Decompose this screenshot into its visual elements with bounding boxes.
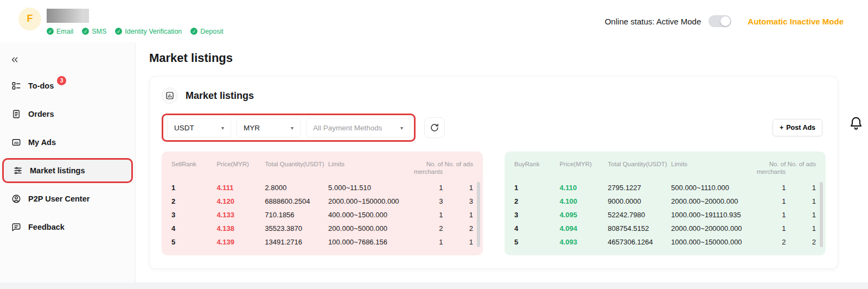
qty-cell: 2795.1227 (608, 181, 671, 194)
ads-cell: 2 (443, 222, 473, 235)
qty-cell: 4657306.1264 (608, 235, 671, 249)
buy-listings-table: BuyRank Price(MYR) Total Quantity(USDT) … (505, 152, 826, 255)
price-cell: 4.094 (559, 222, 608, 235)
limits-cell: 1000.000~150000.000 (671, 235, 750, 249)
sell-table-scrollbar[interactable] (477, 182, 480, 247)
price-cell: 4.120 (216, 194, 265, 208)
sidebar-item-orders[interactable]: Orders (0, 100, 135, 128)
sidebar-item-feedback[interactable]: Feedback (0, 213, 135, 241)
qty-cell: 52242.7980 (608, 208, 671, 222)
column-header: Price(MYR) (559, 159, 608, 181)
column-header: No. of ads (443, 159, 473, 181)
sidebar-item-todos[interactable]: To-dos 3 (0, 72, 135, 100)
column-header: Limits (328, 159, 407, 181)
rank-cell: 3 (171, 208, 216, 222)
ads-cell: 1 (786, 194, 816, 208)
table-row[interactable]: 24.1206888600.25042000.000~150000.00033 (171, 194, 473, 208)
toggle-knob (720, 16, 730, 26)
payment-methods-value: All Payment Methods (313, 124, 382, 132)
buy-table-scrollbar[interactable] (820, 182, 823, 247)
ads-cell: 1 (786, 222, 816, 235)
refresh-button[interactable] (424, 117, 445, 138)
badge-label: Deposit (200, 28, 223, 35)
ad-icon: AD (11, 137, 22, 148)
table-row[interactable]: 24.1009000.00002000.000~20000.00011 (514, 194, 816, 208)
deposit-verified-badge: ✓Deposit (190, 28, 223, 35)
price-cell: 4.139 (216, 235, 265, 249)
limits-cell: 200.000~5000.000 (328, 222, 407, 235)
market-listings-card: Market listings USDT ▾ MYR ▾ All Payment… (149, 76, 838, 269)
limits-cell: 2000.000~20000.000 (671, 194, 750, 208)
table-row[interactable]: 34.133710.1856400.000~1500.00011 (171, 208, 473, 222)
badge-label: Email (56, 28, 73, 35)
column-header: SellRank (171, 159, 216, 181)
merchants-cell: 2 (750, 235, 786, 249)
asset-select-value: USDT (174, 124, 194, 132)
plus-icon: + (780, 124, 783, 131)
payment-methods-select[interactable]: All Payment Methods ▾ (306, 118, 410, 137)
table-row[interactable]: 44.13835523.3870200.000~5000.00022 (171, 222, 473, 235)
qty-cell: 9000.0000 (608, 194, 671, 208)
asset-select[interactable]: USDT ▾ (167, 118, 231, 137)
sidebar-item-p2p-user-center[interactable]: P2P User Center (0, 185, 135, 213)
sidebar-item-label: My Ads (28, 138, 56, 147)
check-icon: ✓ (47, 28, 54, 35)
identity-verified-badge: ✓Identity Verification (115, 28, 182, 35)
price-cell: 4.100 (559, 194, 608, 208)
chevron-down-icon: ▾ (221, 125, 224, 131)
qty-cell: 35523.3870 (265, 222, 328, 235)
avatar[interactable]: F (18, 8, 41, 30)
sidebar-item-label: P2P User Center (28, 194, 90, 203)
filter-row: USDT ▾ MYR ▾ All Payment Methods ▾ (162, 114, 826, 142)
todo-count-badge: 3 (57, 76, 66, 85)
collapse-sidebar-icon[interactable] (10, 54, 21, 65)
filters-highlight-annotation: USDT ▾ MYR ▾ All Payment Methods ▾ (162, 114, 416, 142)
limits-cell: 2000.000~200000.000 (671, 222, 750, 235)
table-row[interactable]: 54.0934657306.12641000.000~150000.00022 (514, 235, 816, 249)
sidebar-item-label: Market listings (30, 166, 85, 175)
post-ads-label: Post Ads (786, 124, 815, 131)
online-status-toggle[interactable] (709, 15, 731, 27)
sidebar-item-label: Feedback (28, 223, 65, 231)
sidebar-item-market-listings[interactable]: Market listings (2, 158, 133, 183)
rank-cell: 4 (171, 222, 216, 235)
market-listings-icon (12, 165, 23, 176)
table-row[interactable]: 14.1112.80005.000~11.51011 (171, 181, 473, 194)
merchants-cell: 1 (407, 235, 443, 249)
email-verified-badge: ✓Email (47, 28, 73, 35)
table-row[interactable]: 34.09552242.79801000.000~191110.93511 (514, 208, 816, 222)
limits-cell: 2000.000~150000.000 (328, 194, 407, 208)
chevron-down-icon: ▾ (400, 125, 403, 131)
qty-cell: 710.1856 (265, 208, 328, 222)
feedback-icon (11, 222, 22, 233)
table-row[interactable]: 14.1102795.1227500.000~1110.00011 (514, 181, 816, 194)
post-ads-button[interactable]: + Post Ads (773, 119, 822, 136)
price-cell: 4.110 (559, 181, 608, 194)
price-cell: 4.095 (559, 208, 608, 222)
check-icon: ✓ (115, 28, 122, 35)
merchants-cell: 1 (407, 208, 443, 222)
table-row[interactable]: 44.094808754.51522000.000~200000.00011 (514, 222, 816, 235)
fiat-select[interactable]: MYR ▾ (237, 118, 301, 137)
notification-bell-icon[interactable] (848, 115, 864, 133)
username-redacted (47, 9, 89, 23)
ads-cell: 1 (443, 235, 473, 249)
card-title: Market listings (186, 90, 254, 102)
limits-cell: 1000.000~191110.935 (671, 208, 750, 222)
user-circle-icon (11, 193, 22, 204)
sidebar-item-my-ads[interactable]: AD My Ads (0, 128, 135, 156)
automatic-inactive-mode-link[interactable]: Automatic Inactive Mode (748, 17, 844, 26)
limits-cell: 5.000~11.510 (328, 181, 407, 194)
sidebar: To-dos 3 Orders AD My Ads Market listing… (0, 42, 136, 282)
column-header: No. of ads (786, 159, 816, 181)
fiat-select-value: MYR (244, 124, 260, 132)
rank-cell: 1 (514, 181, 559, 194)
column-header: Total Quantity(USDT) (265, 159, 328, 181)
orders-document-icon (11, 109, 22, 120)
profile-summary: F ✓Email ✓SMS ✓Identity Verification ✓De… (18, 8, 224, 35)
merchants-cell: 3 (407, 194, 443, 208)
table-row[interactable]: 54.13913491.2716100.000~7686.15611 (171, 235, 473, 249)
verification-badges: ✓Email ✓SMS ✓Identity Verification ✓Depo… (47, 28, 224, 35)
price-cell: 4.133 (216, 208, 265, 222)
ads-cell: 1 (443, 208, 473, 222)
